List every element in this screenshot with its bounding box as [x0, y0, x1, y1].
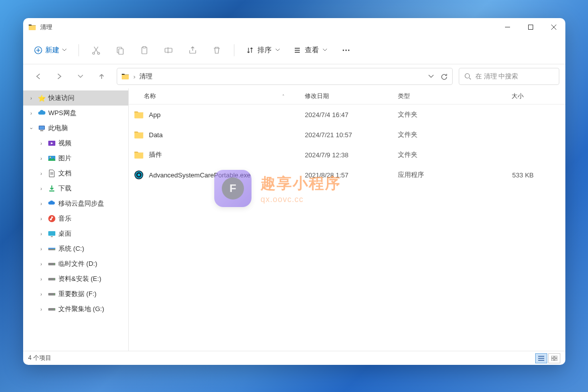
column-type[interactable]: 类型 — [393, 92, 468, 101]
sort-label: 排序 — [258, 46, 272, 55]
drive-icon — [47, 289, 56, 299]
pc-icon — [37, 124, 46, 133]
status-text: 4 个项目 — [28, 354, 51, 362]
sidebar-label: 视频 — [58, 139, 71, 148]
file-date: 2021/8/28 1:57 — [305, 171, 398, 179]
delete-button[interactable] — [207, 41, 227, 59]
sidebar-label: 下载 — [58, 184, 71, 193]
chevron-right-icon: › — [37, 141, 45, 146]
sidebar-item-drive-c[interactable]: ›系统 (C:) — [23, 241, 128, 256]
sidebar-label: 移动云盘同步盘 — [58, 199, 104, 208]
content-area: › ⭐ 快速访问 › WPS网盘 › 此电脑 ›视频 ›图片 ›文档 ›下载 ›… — [23, 88, 565, 351]
sidebar-item-quick-access[interactable]: › ⭐ 快速访问 — [23, 90, 128, 106]
svg-rect-11 — [39, 126, 44, 129]
navigation-pane: › ⭐ 快速访问 › WPS网盘 › 此电脑 ›视频 ›图片 ›文档 ›下载 ›… — [23, 88, 129, 351]
forward-button[interactable] — [50, 67, 68, 85]
sidebar-item-drive-d[interactable]: ›临时文件 (D:) — [23, 256, 128, 271]
svg-rect-34 — [555, 356, 557, 358]
file-row[interactable]: 插件2024/7/9 12:38文件夹 — [129, 145, 565, 165]
column-date[interactable]: 修改日期 — [300, 92, 393, 101]
more-button[interactable]: ⋯ — [336, 41, 356, 59]
refresh-icon[interactable] — [441, 73, 448, 80]
file-type: 文件夹 — [398, 110, 473, 119]
svg-point-15 — [50, 157, 51, 158]
maximize-button[interactable] — [519, 18, 542, 36]
sidebar-label: 此电脑 — [48, 124, 68, 133]
share-button[interactable] — [183, 41, 203, 59]
sidebar-label: 资料&安装 (E:) — [58, 274, 101, 283]
svg-rect-18 — [51, 236, 53, 237]
details-view-button[interactable] — [535, 353, 547, 363]
svg-rect-8 — [165, 48, 172, 52]
sidebar-label: WPS网盘 — [48, 109, 76, 118]
column-size[interactable]: 大小 — [468, 92, 529, 101]
sidebar-item-documents[interactable]: ›文档 — [23, 166, 128, 181]
icons-view-button[interactable] — [548, 353, 560, 363]
chevron-right-icon: › — [37, 201, 45, 207]
download-icon — [47, 184, 56, 193]
chevron-down-icon — [323, 49, 327, 51]
sidebar-label: 文档 — [58, 169, 71, 178]
music-icon — [47, 214, 56, 223]
chevron-right-icon: › — [37, 216, 45, 222]
svg-rect-17 — [48, 231, 55, 236]
svg-point-9 — [465, 74, 470, 78]
svg-rect-35 — [551, 359, 554, 361]
file-size: 533 KB — [473, 171, 534, 179]
drive-icon — [47, 259, 56, 268]
cut-button[interactable] — [86, 41, 106, 59]
svg-point-3 — [98, 52, 100, 54]
sort-indicator-icon: ˄ — [282, 94, 295, 99]
statusbar: 4 个项目 — [23, 351, 565, 365]
breadcrumb-path: 清理 — [139, 72, 152, 81]
column-name[interactable]: 名称˄ — [129, 92, 300, 101]
close-button[interactable] — [542, 18, 565, 36]
chevron-right-icon: › — [37, 186, 45, 191]
address-bar[interactable]: › 清理 — [117, 68, 453, 85]
file-list: F 趣享小程序 qx.oovc.cc App2024/7/4 16:47文件夹D… — [129, 105, 565, 351]
sidebar-item-cloud-sync[interactable]: ›移动云盘同步盘 — [23, 196, 128, 211]
recent-button[interactable] — [71, 67, 90, 85]
up-button[interactable] — [93, 67, 111, 85]
sidebar-label: 文件聚集地 (G:) — [58, 305, 104, 314]
sidebar-label: 临时文件 (D:) — [58, 259, 97, 268]
chevron-down-icon[interactable] — [429, 75, 434, 78]
sidebar-item-music[interactable]: ›音乐 — [23, 211, 128, 226]
sidebar-label: 音乐 — [58, 214, 71, 223]
sidebar-item-drive-e[interactable]: ›资料&安装 (E:) — [23, 271, 128, 286]
separator — [234, 44, 234, 56]
chevron-right-icon: › — [37, 307, 45, 312]
copy-button[interactable] — [110, 41, 130, 59]
sort-button[interactable]: 排序 — [241, 43, 285, 58]
back-button[interactable] — [29, 67, 47, 85]
view-button[interactable]: 查看 — [289, 43, 332, 58]
file-type: 文件夹 — [398, 150, 473, 159]
drive-icon — [47, 244, 56, 253]
explorer-window: 清理 新建 排序 查看 ⋯ — [23, 18, 565, 365]
folder-icon — [121, 72, 129, 80]
view-mode-toggle — [535, 353, 560, 363]
sidebar-item-desktop[interactable]: ›桌面 — [23, 226, 128, 241]
minimize-button[interactable] — [496, 18, 519, 36]
file-row[interactable]: Data2024/7/21 10:57文件夹 — [129, 125, 565, 145]
sidebar-item-drive-g[interactable]: ›文件聚集地 (G:) — [23, 302, 128, 317]
sidebar-item-pictures[interactable]: ›图片 — [23, 151, 128, 166]
toolbar: 新建 排序 查看 ⋯ — [23, 36, 565, 64]
file-row[interactable]: AdvancedSystemCarePortable.exe2021/8/28 … — [129, 165, 565, 185]
chevron-right-icon: › — [37, 156, 45, 161]
new-button[interactable]: 新建 — [29, 43, 71, 58]
sort-icon — [246, 47, 254, 54]
search-box[interactable]: 在 清理 中搜索 — [459, 68, 559, 85]
file-row[interactable]: App2024/7/4 16:47文件夹 — [129, 105, 565, 125]
drive-icon — [47, 274, 56, 283]
rename-button[interactable] — [158, 41, 179, 59]
svg-point-29 — [54, 309, 54, 310]
sidebar-item-drive-f[interactable]: ›重要数据 (F:) — [23, 286, 128, 302]
view-icon — [294, 47, 301, 54]
sidebar-item-downloads[interactable]: ›下载 — [23, 181, 128, 196]
sidebar-item-wps[interactable]: › WPS网盘 — [23, 106, 128, 121]
sidebar-item-this-pc[interactable]: › 此电脑 — [23, 121, 128, 136]
titlebar: 清理 — [23, 18, 565, 36]
sidebar-item-videos[interactable]: ›视频 — [23, 136, 128, 151]
paste-button[interactable] — [134, 41, 154, 59]
